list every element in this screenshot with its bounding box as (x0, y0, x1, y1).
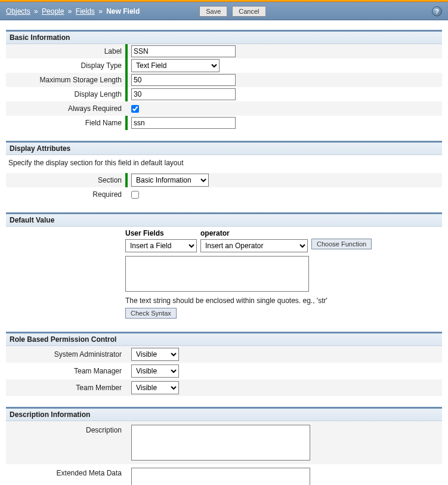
breadcrumb-current: New Field (106, 7, 140, 16)
default-value-textarea[interactable] (125, 256, 309, 292)
sysadmin-label: System Administrator (6, 350, 125, 359)
description-label: Description (6, 425, 125, 434)
section-display-header: Display Attributes (6, 143, 442, 155)
choose-function-button[interactable]: Choose Function (311, 239, 372, 249)
description-textarea[interactable] (131, 425, 310, 461)
label-label: Label (6, 47, 125, 55)
breadcrumb-objects[interactable]: Objects (6, 7, 30, 16)
operator-label: operator (200, 229, 308, 237)
sysadmin-select[interactable]: Visible (131, 348, 179, 361)
display-length-label: Display Length (6, 90, 125, 98)
cancel-button[interactable]: Cancel (232, 6, 265, 17)
always-required-label: Always Required (6, 104, 125, 113)
help-icon[interactable]: ? (432, 6, 442, 16)
extended-meta-textarea[interactable] (131, 468, 310, 485)
always-required-checkbox[interactable] (131, 105, 139, 113)
operator-select[interactable]: Insert an Operator (200, 239, 308, 252)
required-label: Required (6, 190, 125, 199)
teammgr-label: Team Manager (6, 367, 125, 375)
section-default-header: Default Value (6, 214, 442, 227)
page-header: Objects » People » Fields » New Field Sa… (0, 2, 448, 20)
section-roles-header: Role Based Permission Control (6, 333, 442, 346)
section-select[interactable]: Basic Information (131, 174, 209, 187)
display-type-select[interactable]: Text Field (131, 59, 220, 72)
extended-meta-label: Extended Meta Data (6, 468, 125, 477)
teammgr-select[interactable]: Visible (131, 364, 179, 378)
section-select-label: Section (6, 176, 125, 184)
breadcrumb-fields[interactable]: Fields (76, 7, 95, 16)
save-button[interactable]: Save (199, 6, 227, 17)
breadcrumb: Objects » People » Fields » New Field (6, 7, 140, 16)
teammem-select[interactable]: Visible (131, 381, 179, 394)
field-name-input[interactable] (131, 117, 236, 129)
display-desc: Specify the display section for this fie… (6, 155, 442, 173)
max-length-label: Maximum Storage Length (6, 76, 125, 84)
label-input[interactable] (131, 45, 236, 57)
section-descinfo-header: Description Information (6, 409, 442, 421)
user-fields-label: User Fields (125, 229, 197, 237)
breadcrumb-people[interactable]: People (42, 7, 64, 16)
check-syntax-button[interactable]: Check Syntax (125, 308, 177, 319)
max-length-input[interactable] (131, 74, 236, 86)
field-name-label: Field Name (6, 119, 125, 127)
display-type-label: Display Type (6, 61, 125, 70)
display-length-input[interactable] (131, 88, 236, 100)
user-fields-select[interactable]: Insert a Field (125, 239, 197, 252)
default-value-hint: The text string should be enclosed withi… (125, 296, 442, 305)
required-checkbox[interactable] (131, 191, 139, 199)
teammem-label: Team Member (6, 384, 125, 392)
section-basic-header: Basic Information (6, 32, 442, 44)
